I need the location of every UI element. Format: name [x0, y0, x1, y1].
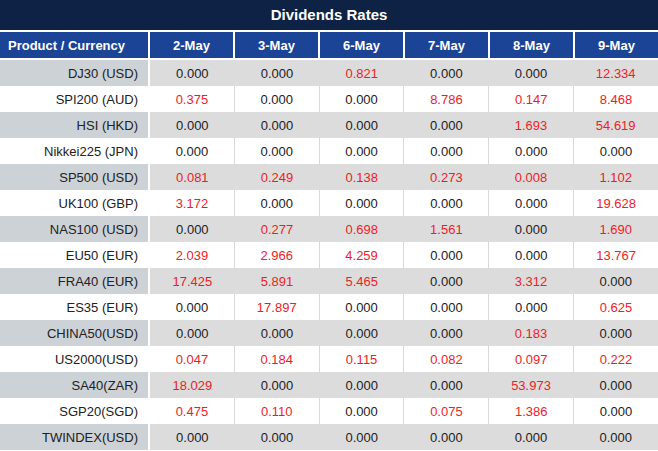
column-header-product-currency: Product / Currency: [0, 32, 148, 58]
value-cell: 0.000: [573, 138, 658, 164]
table-row: SPI200 (AUD)0.3750.0000.0008.7860.1478.4…: [0, 86, 658, 112]
value-cell: 0.000: [319, 138, 404, 164]
product-cell: NAS100 (USD): [0, 216, 150, 242]
value-cell: 0.075: [403, 398, 488, 424]
value-cell: 2.966: [234, 242, 319, 268]
value-cell: 17.897: [234, 294, 319, 320]
value-cell: 0.000: [403, 138, 488, 164]
value-cell: 0.000: [403, 190, 488, 216]
value-cell: 0.000: [319, 112, 404, 138]
value-cell: 0.000: [489, 424, 574, 450]
value-cell: 0.000: [235, 60, 320, 86]
value-cell: 0.000: [319, 86, 404, 112]
value-cell: 0.000: [150, 294, 234, 320]
value-cell: 8.468: [573, 86, 658, 112]
value-cell: 0.000: [488, 138, 573, 164]
product-cell: SPI200 (AUD): [0, 86, 150, 112]
value-cell: 0.273: [404, 164, 489, 190]
product-cell: FRA40 (EUR): [0, 268, 150, 294]
value-cell: 0.000: [319, 294, 404, 320]
table-row: NAS100 (USD)0.0000.2770.6981.5610.0001.6…: [0, 216, 658, 242]
value-cell: 0.222: [573, 346, 658, 372]
value-cell: 0.000: [573, 268, 658, 294]
value-cell: 0.000: [319, 190, 404, 216]
value-cell: 0.183: [489, 320, 574, 346]
value-cell: 0.000: [573, 398, 658, 424]
column-header-7-may: 7-May: [403, 32, 488, 58]
table-row: ES35 (EUR)0.00017.8970.0000.0000.0000.62…: [0, 294, 658, 320]
dividends-rates-table: Dividends Rates Product / Currency 2-May…: [0, 0, 658, 450]
value-cell: 1.561: [404, 216, 489, 242]
table-row: CHINA50(USD)0.0000.0000.0000.0000.1830.0…: [0, 320, 658, 346]
value-cell: 1.102: [573, 164, 658, 190]
value-cell: 0.000: [319, 320, 404, 346]
value-cell: 0.047: [150, 346, 234, 372]
value-cell: 0.000: [488, 294, 573, 320]
value-cell: 0.082: [403, 346, 488, 372]
value-cell: 0.097: [488, 346, 573, 372]
value-cell: 0.000: [319, 372, 404, 398]
value-cell: 0.000: [573, 424, 658, 450]
value-cell: 0.475: [150, 398, 234, 424]
value-cell: 0.184: [234, 346, 319, 372]
value-cell: 0.000: [235, 112, 320, 138]
value-cell: 0.000: [150, 320, 235, 346]
value-cell: 0.147: [488, 86, 573, 112]
value-cell: 0.081: [150, 164, 235, 190]
value-cell: 53.973: [489, 372, 574, 398]
value-cell: 0.000: [150, 112, 235, 138]
table-row: SA40(ZAR)18.0290.0000.0000.00053.9730.00…: [0, 372, 658, 398]
value-cell: 0.000: [235, 320, 320, 346]
value-cell: 2.039: [150, 242, 234, 268]
product-cell: US2000(USD): [0, 346, 150, 372]
table-row: EU50 (EUR)2.0392.9664.2590.0000.00013.76…: [0, 242, 658, 268]
column-header-6-may: 6-May: [318, 32, 403, 58]
value-cell: 5.891: [235, 268, 320, 294]
value-cell: 0.000: [404, 60, 489, 86]
value-cell: 0.000: [489, 216, 574, 242]
column-header-3-may: 3-May: [233, 32, 318, 58]
value-cell: 5.465: [319, 268, 404, 294]
value-cell: 0.000: [234, 138, 319, 164]
product-cell: SP500 (USD): [0, 164, 150, 190]
table-row: FRA40 (EUR)17.4255.8915.4650.0003.3120.0…: [0, 268, 658, 294]
table-title: Dividends Rates: [0, 0, 658, 30]
value-cell: 0.000: [403, 294, 488, 320]
value-cell: 0.000: [404, 268, 489, 294]
table-row: US2000(USD)0.0470.1840.1150.0820.0970.22…: [0, 346, 658, 372]
value-cell: 0.000: [404, 424, 489, 450]
value-cell: 0.000: [150, 216, 235, 242]
value-cell: 1.386: [488, 398, 573, 424]
value-cell: 1.690: [573, 216, 658, 242]
value-cell: 0.000: [404, 320, 489, 346]
value-cell: 0.000: [489, 60, 574, 86]
table-row: Nikkei225 (JPN)0.0000.0000.0000.0000.000…: [0, 138, 658, 164]
value-cell: 4.259: [319, 242, 404, 268]
column-header-2-may: 2-May: [148, 32, 233, 58]
product-cell: SA40(ZAR): [0, 372, 150, 398]
value-cell: 0.000: [403, 242, 488, 268]
value-cell: 0.000: [488, 242, 573, 268]
value-cell: 54.619: [573, 112, 658, 138]
value-cell: 0.000: [404, 112, 489, 138]
product-cell: SGP20(SGD): [0, 398, 150, 424]
value-cell: 13.767: [573, 242, 658, 268]
value-cell: 0.000: [150, 60, 235, 86]
value-cell: 0.000: [404, 372, 489, 398]
value-cell: 0.277: [235, 216, 320, 242]
value-cell: 18.029: [150, 372, 235, 398]
value-cell: 3.312: [489, 268, 574, 294]
product-cell: EU50 (EUR): [0, 242, 150, 268]
value-cell: 0.000: [150, 424, 235, 450]
table-body: DJ30 (USD)0.0000.0000.8210.0000.00012.33…: [0, 58, 658, 450]
product-cell: TWINDEX(USD): [0, 424, 150, 450]
table-row: SGP20(SGD)0.4750.1100.0000.0751.3860.000: [0, 398, 658, 424]
product-cell: Nikkei225 (JPN): [0, 138, 150, 164]
value-cell: 17.425: [150, 268, 235, 294]
table-header-row: Product / Currency 2-May 3-May 6-May 7-M…: [0, 30, 658, 58]
value-cell: 12.334: [573, 60, 658, 86]
table-row: DJ30 (USD)0.0000.0000.8210.0000.00012.33…: [0, 60, 658, 86]
table-row: UK100 (GBP)3.1720.0000.0000.0000.00019.6…: [0, 190, 658, 216]
value-cell: 0.000: [488, 190, 573, 216]
product-cell: UK100 (GBP): [0, 190, 150, 216]
